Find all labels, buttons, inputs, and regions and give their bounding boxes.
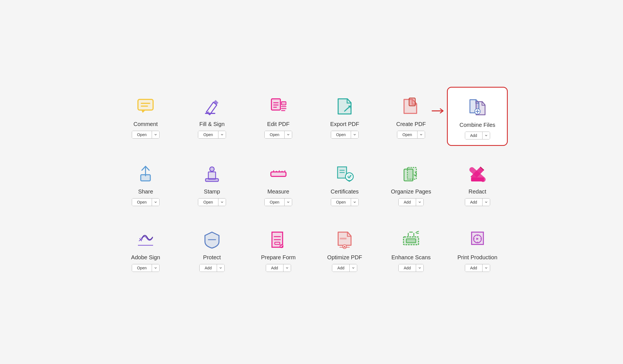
edit-pdf-button-dropdown[interactable] <box>285 131 292 138</box>
stamp-label: Stamp <box>204 188 220 195</box>
prepare-form-button-group: Add <box>266 264 291 272</box>
enhance-scans-button-dropdown[interactable] <box>416 264 423 272</box>
enhance-scans-button-group: Add <box>398 264 424 272</box>
prepare-form-button-dropdown[interactable] <box>283 264 291 272</box>
organize-pages-icon <box>400 163 422 185</box>
share-button-main[interactable]: Open <box>132 199 152 206</box>
tool-card-share: ShareOpen <box>115 154 176 212</box>
svg-rect-40 <box>404 169 413 181</box>
edit-pdf-button-main[interactable]: Open <box>265 131 285 138</box>
svg-rect-51 <box>340 238 347 239</box>
measure-button-group: Open <box>264 198 292 206</box>
fill-sign-icon <box>201 95 223 118</box>
protect-label: Protect <box>203 254 221 261</box>
protect-icon <box>201 228 223 251</box>
create-pdf-label: Create PDF <box>396 121 426 127</box>
tool-card-fill-sign: Fill & SignOpen <box>182 87 243 146</box>
comment-label: Comment <box>133 121 158 127</box>
fill-sign-button-main[interactable]: Open <box>198 131 218 138</box>
adobe-sign-button-group: Open <box>132 264 160 272</box>
certificates-button-main[interactable]: Open <box>331 199 351 206</box>
tool-card-protect: ProtectAdd <box>182 220 243 277</box>
tool-card-prepare-form: Prepare FormAdd <box>248 220 309 277</box>
certificates-label: Certificates <box>331 188 359 195</box>
tool-card-create-pdf: Create PDFOpen <box>381 87 442 146</box>
certificates-button-group: Open <box>331 198 359 206</box>
measure-button-main[interactable]: Open <box>265 199 285 206</box>
protect-button-main[interactable]: Add <box>200 264 217 272</box>
create-pdf-button-group: Open <box>397 131 425 139</box>
fill-sign-button-dropdown[interactable] <box>218 131 226 138</box>
optimize-pdf-button-main[interactable]: Add <box>332 264 350 272</box>
enhance-scans-button-main[interactable]: Add <box>399 264 416 272</box>
tool-card-redact: RedactAdd <box>447 154 508 212</box>
print-production-button-dropdown[interactable] <box>483 264 490 272</box>
redact-button-main[interactable]: Add <box>465 199 483 206</box>
measure-button-dropdown[interactable] <box>285 199 292 206</box>
optimize-pdf-button-dropdown[interactable] <box>350 264 357 272</box>
prepare-form-button-main[interactable]: Add <box>266 264 283 272</box>
comment-button-dropdown[interactable] <box>152 131 159 138</box>
tool-card-optimize-pdf: Optimize PDFAdd <box>314 220 375 277</box>
combine-files-icon <box>466 96 489 118</box>
redact-icon <box>466 163 489 185</box>
redact-button-dropdown[interactable] <box>483 199 490 206</box>
adobe-sign-icon: ✕ × <box>134 228 157 251</box>
tool-card-stamp: StampOpen <box>182 154 243 212</box>
combine-files-button-dropdown[interactable] <box>483 132 490 139</box>
organize-pages-button-main[interactable]: Add <box>399 199 416 206</box>
organize-pages-button-group: Add <box>398 198 424 206</box>
svg-rect-7 <box>281 102 286 105</box>
stamp-icon <box>201 163 223 185</box>
optimize-pdf-button-group: Add <box>332 264 357 272</box>
stamp-button-dropdown[interactable] <box>218 199 226 206</box>
adobe-sign-label: Adobe Sign <box>131 254 160 261</box>
optimize-pdf-label: Optimize PDF <box>327 254 362 261</box>
certificates-icon <box>333 163 356 185</box>
create-pdf-button-dropdown[interactable] <box>417 131 425 138</box>
prepare-form-icon <box>267 228 290 251</box>
arrow-indicator <box>431 107 445 116</box>
print-production-button-main[interactable]: Add <box>465 264 483 272</box>
adobe-sign-button-main[interactable]: Open <box>132 264 152 272</box>
tool-card-export-pdf: Export PDFOpen <box>314 87 375 146</box>
share-icon <box>134 163 157 185</box>
edit-pdf-icon <box>267 95 290 118</box>
export-pdf-button-dropdown[interactable] <box>351 131 358 138</box>
print-production-icon <box>466 228 489 251</box>
protect-button-dropdown[interactable] <box>217 264 224 272</box>
measure-label: Measure <box>267 188 289 195</box>
combine-files-button-main[interactable]: Add <box>465 132 483 139</box>
create-pdf-button-main[interactable]: Open <box>397 131 417 138</box>
comment-icon <box>134 95 157 118</box>
share-button-dropdown[interactable] <box>152 199 159 206</box>
stamp-button-group: Open <box>198 198 226 206</box>
comment-button-main[interactable]: Open <box>132 131 152 138</box>
share-button-group: Open <box>132 198 160 206</box>
svg-rect-22 <box>208 172 216 179</box>
svg-rect-57 <box>406 239 416 243</box>
stamp-button-main[interactable]: Open <box>198 199 218 206</box>
combine-files-label: Combine Files <box>460 122 495 128</box>
create-pdf-icon <box>400 95 422 118</box>
print-production-label: Print Production <box>458 254 497 261</box>
comment-button-group: Open <box>132 131 160 139</box>
certificates-button-dropdown[interactable] <box>351 199 358 206</box>
tool-card-comment: CommentOpen <box>115 87 176 146</box>
tool-card-adobe-sign: ✕ × Adobe SignOpen <box>115 220 176 277</box>
svg-rect-0 <box>138 99 153 110</box>
prepare-form-label: Prepare Form <box>261 254 296 261</box>
svg-point-60 <box>477 238 478 240</box>
export-pdf-icon <box>333 95 356 118</box>
tool-card-edit-pdf: Edit PDFOpen <box>248 87 309 146</box>
tool-card-combine-files: Combine FilesAdd <box>447 87 508 146</box>
organize-pages-button-dropdown[interactable] <box>416 199 423 206</box>
share-label: Share <box>138 188 153 195</box>
export-pdf-button-main[interactable]: Open <box>331 131 351 138</box>
tool-card-certificates: CertificatesOpen <box>314 154 375 212</box>
measure-icon <box>267 163 290 185</box>
tool-card-print-production: Print ProductionAdd <box>447 220 508 277</box>
adobe-sign-button-dropdown[interactable] <box>152 264 159 272</box>
tool-card-organize-pages: Organize PagesAdd <box>381 154 442 212</box>
edit-pdf-label: Edit PDF <box>267 121 290 127</box>
